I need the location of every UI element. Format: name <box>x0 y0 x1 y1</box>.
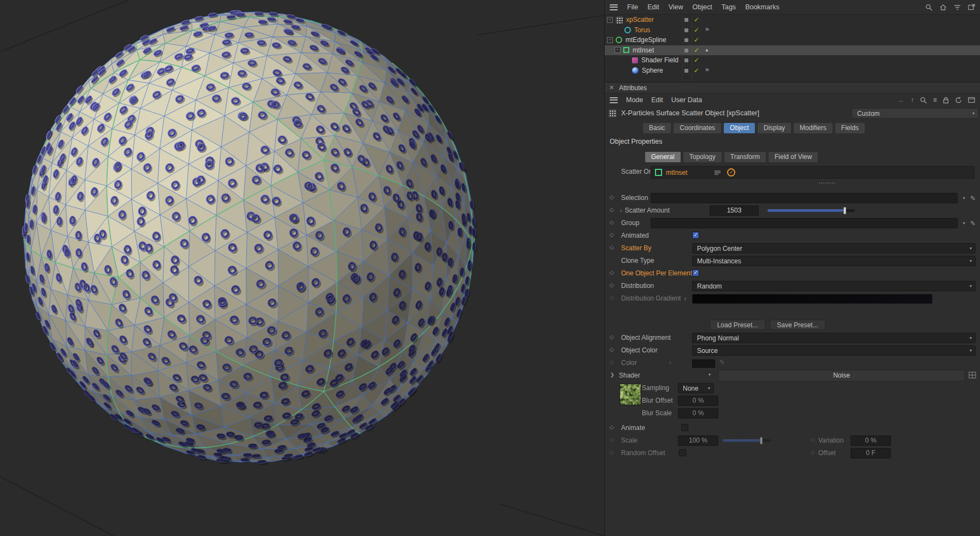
menu-user-data[interactable]: User Data <box>671 96 702 104</box>
new-window-icon[interactable] <box>968 97 975 103</box>
keyframe-diamond-icon[interactable]: ◇ <box>610 294 614 301</box>
scatter-on-value[interactable]: mtInset <box>666 169 687 176</box>
list-icon[interactable] <box>714 170 721 175</box>
keyframe-diamond-icon[interactable]: ◇ <box>610 449 614 455</box>
tab-basic[interactable]: Basic <box>643 123 671 133</box>
keyframe-diamond-icon[interactable]: ◇ <box>811 437 815 443</box>
menu-edit[interactable]: Edit <box>647 3 659 11</box>
clone-type-dropdown[interactable]: Multi-Instances ▾ <box>692 256 976 266</box>
hamburger-menu-icon[interactable] <box>610 4 618 10</box>
keyframe-diamond-icon[interactable]: ◇ <box>610 334 614 340</box>
tree-label[interactable]: mtEdgeSpline <box>625 36 666 44</box>
enabled-check-icon[interactable]: ✓ <box>694 26 699 34</box>
preset-dropdown[interactable]: Custom ▾ <box>852 108 978 119</box>
tab-display[interactable]: Display <box>758 123 791 133</box>
menu-edit[interactable]: Edit <box>651 96 663 104</box>
flag-tag-icon[interactable]: ⚑ <box>705 67 710 74</box>
menu-bookmarks[interactable]: Bookmarks <box>745 3 780 11</box>
sampling-dropdown[interactable]: None ▾ <box>678 383 714 393</box>
save-preset-button[interactable]: Save Preset... <box>770 320 825 330</box>
selection-input[interactable] <box>651 193 958 203</box>
picker-icon[interactable]: ✎ <box>719 358 725 366</box>
tree-label[interactable]: Torus <box>634 26 650 34</box>
tab-fields[interactable]: Fields <box>835 123 865 133</box>
phong-warning-icon[interactable]: ▲ <box>705 46 709 54</box>
expand-caret-icon[interactable]: › <box>684 295 686 302</box>
expand-caret-icon[interactable]: › <box>620 207 622 214</box>
list-view-icon[interactable]: ≡ <box>933 96 937 104</box>
menu-mode[interactable]: Mode <box>626 96 643 104</box>
detach-panel-icon[interactable] <box>968 4 975 10</box>
tree-row-xpscatter[interactable]: - xpScatter ✓ <box>605 15 980 25</box>
offset-input[interactable]: 0 F <box>851 448 891 458</box>
scatter-on-link-field[interactable]: mtInset ✓ <box>651 166 975 179</box>
keyframe-diamond-icon[interactable]: ◇ <box>811 449 815 455</box>
layer-chip[interactable] <box>684 18 688 22</box>
one-object-per-element-checkbox[interactable] <box>692 269 699 276</box>
tree-label[interactable]: Shader Field <box>641 56 678 64</box>
subtab-transform[interactable]: Transform <box>724 152 766 162</box>
group-input[interactable] <box>651 218 958 228</box>
search-icon[interactable] <box>920 97 927 104</box>
tab-modifiers[interactable]: Modifiers <box>794 123 833 133</box>
lock-icon[interactable] <box>943 97 949 104</box>
shader-button[interactable]: Noise <box>718 370 965 381</box>
slider-handle[interactable] <box>760 437 763 444</box>
keyframe-diamond-icon[interactable]: ◇ <box>610 269 614 275</box>
filter-icon[interactable] <box>954 4 961 10</box>
subtab-field-of-view[interactable]: Field of View <box>769 152 818 162</box>
collapse-icon[interactable]: - <box>615 47 621 53</box>
link-valid-check-icon[interactable]: ✓ <box>727 168 735 176</box>
keyframe-diamond-icon[interactable]: ◇ <box>610 232 614 238</box>
tab-coordinates[interactable]: Coordinates <box>674 123 721 133</box>
enabled-check-icon[interactable]: ✓ <box>694 67 699 74</box>
shader-menu-icon[interactable] <box>969 372 976 379</box>
scatter-amount-input[interactable]: 1503 <box>710 205 759 216</box>
menu-object[interactable]: Object <box>693 3 712 11</box>
keyframe-diamond-icon[interactable]: ◇ <box>610 359 614 365</box>
load-preset-button[interactable]: Load Preset... <box>710 320 765 330</box>
tree-row-mtedgespline[interactable]: - mtEdgeSpline ✓ <box>605 35 980 45</box>
menu-file[interactable]: File <box>627 3 638 11</box>
keyframe-diamond-icon[interactable]: ◇ <box>610 437 614 443</box>
scatter-amount-slider[interactable] <box>768 209 855 212</box>
distribution-dropdown[interactable]: Random ▾ <box>692 281 976 291</box>
enabled-check-icon[interactable]: ✓ <box>694 46 699 54</box>
gradient-field[interactable] <box>692 294 932 304</box>
object-color-dropdown[interactable]: Source ▾ <box>692 345 976 356</box>
3d-viewport[interactable] <box>0 0 604 536</box>
chevron-down-icon[interactable]: ▾ <box>709 372 711 377</box>
slider-handle[interactable] <box>843 207 846 214</box>
keyframe-diamond-icon[interactable]: ◇ <box>610 207 614 213</box>
collapse-icon[interactable]: - <box>607 17 613 23</box>
enabled-check-icon[interactable]: ✓ <box>694 36 699 44</box>
menu-tags[interactable]: Tags <box>722 3 736 11</box>
tree-label[interactable]: Sphere <box>642 67 663 74</box>
picker-icon[interactable]: ✎ <box>970 220 976 227</box>
parent-up-icon[interactable]: ↑ <box>911 96 914 104</box>
blur-scale-input[interactable]: 0 % <box>678 408 718 419</box>
enabled-check-icon[interactable]: ✓ <box>694 16 699 23</box>
layer-chip[interactable] <box>684 38 688 42</box>
layer-chip[interactable] <box>684 69 688 73</box>
object-alignment-dropdown[interactable]: Phong Normal ▾ <box>692 333 976 343</box>
scale-slider[interactable] <box>723 439 771 442</box>
animate-checkbox[interactable] <box>681 424 688 431</box>
chevron-down-icon[interactable]: ▾ <box>960 221 967 226</box>
tree-row-shader-field[interactable]: Shader Field ✓ <box>605 55 980 66</box>
sync-icon[interactable] <box>955 97 962 104</box>
menu-view[interactable]: View <box>669 3 683 11</box>
tree-label[interactable]: xpScatter <box>626 16 654 23</box>
hamburger-menu-icon[interactable] <box>610 97 618 103</box>
keyframe-diamond-icon[interactable]: ◇ <box>610 346 614 352</box>
tree-row-torus[interactable]: Torus ✓ ⚑ <box>605 25 980 36</box>
blur-offset-input[interactable]: 0 % <box>678 396 718 406</box>
layer-chip[interactable] <box>684 58 688 62</box>
scale-input[interactable]: 100 % <box>678 435 718 446</box>
tree-row-mtinset[interactable]: - mtInset ✓ ▲ <box>605 45 980 56</box>
expand-caret-icon[interactable]: › <box>669 359 671 366</box>
variation-input[interactable]: 0 % <box>851 435 891 446</box>
color-swatch[interactable] <box>692 360 715 368</box>
flag-tag-icon[interactable]: ⚑ <box>705 26 710 34</box>
tab-object[interactable]: Object <box>724 123 755 133</box>
